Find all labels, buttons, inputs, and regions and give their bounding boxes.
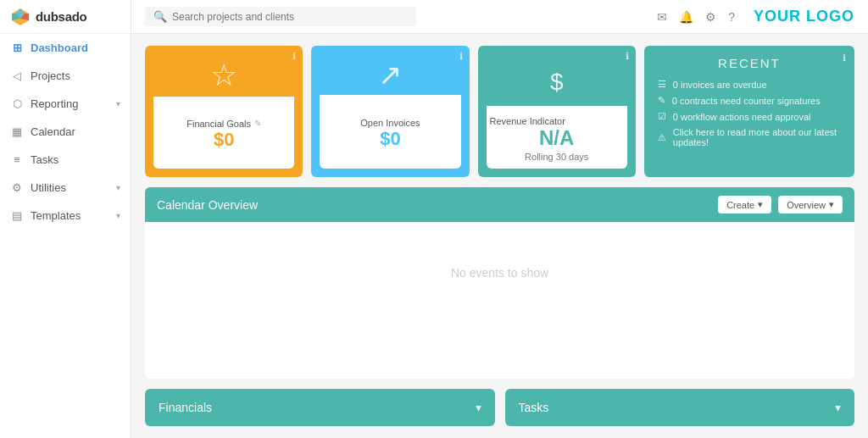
templates-chevron: ▾ (116, 211, 120, 220)
revenue-sublabel: Rolling 30 days (490, 152, 624, 162)
content-area: ℹ ☆ Financial Goals ✎ $0 ℹ ↗ Open Invoic… (131, 34, 868, 438)
financials-card[interactable]: Financials ▾ (145, 389, 495, 426)
financial-edit-icon[interactable]: ✎ (254, 119, 261, 128)
financials-chevron-icon: ▾ (476, 401, 481, 414)
sidebar-label-tasks: Tasks (31, 153, 58, 166)
recent-item-2: ✎ 0 contracts need counter signatures (658, 95, 841, 106)
sidebar-nav: ⊞ Dashboard ◁ Projects ⬡ Reporting ▾ ▦ C… (0, 34, 131, 230)
revenue-value: N/A (490, 126, 624, 150)
sidebar-label-calendar: Calendar (31, 125, 75, 138)
workflow-icon: ☑ (658, 111, 666, 122)
revenue-label: Revenue Indicator (490, 116, 624, 126)
header-icons: ✉ 🔔 ⚙ ? YOUR LOGO (657, 8, 854, 25)
invoices-info-btn[interactable]: ℹ (459, 51, 463, 62)
templates-icon: ▤ (10, 209, 24, 222)
financials-label: Financials (159, 401, 476, 414)
financial-goals-card: ℹ ☆ Financial Goals ✎ $0 (145, 46, 303, 177)
revenue-info-btn[interactable]: ℹ (626, 51, 629, 62)
logo-icon (10, 7, 31, 27)
star-icon: ☆ (210, 58, 237, 93)
sidebar-item-projects[interactable]: ◁ Projects (0, 62, 131, 90)
invoice-overdue-icon: ☰ (658, 79, 666, 90)
sidebar-item-utilities[interactable]: ⚙ Utilities ▾ (0, 174, 131, 202)
sidebar-label-utilities: Utilities (31, 181, 66, 194)
recent-card: ℹ RECENT ☰ 0 invoices are overdue ✎ 0 co… (644, 46, 854, 177)
invoices-label: Open Invoices (360, 118, 420, 128)
financial-info-btn[interactable]: ℹ (292, 51, 296, 62)
header: 🔍 ✉ 🔔 ⚙ ? YOUR LOGO (131, 0, 868, 34)
main-content: 🔍 ✉ 🔔 ⚙ ? YOUR LOGO ℹ ☆ Financial Goals … (131, 0, 868, 438)
logo-area: dubsado (0, 0, 131, 34)
search-icon: 🔍 (153, 10, 167, 23)
tasks-card[interactable]: Tasks ▾ (505, 389, 855, 426)
create-chevron-icon: ▾ (758, 199, 763, 210)
tasks-label: Tasks (519, 401, 836, 414)
utilities-icon: ⚙ (10, 181, 24, 194)
sidebar-item-calendar[interactable]: ▦ Calendar (0, 118, 131, 146)
recent-info-btn[interactable]: ℹ (843, 53, 846, 64)
sidebar-label-projects: Projects (31, 69, 70, 82)
financial-goals-value: $0 (214, 129, 234, 151)
financial-goals-label: Financial Goals ✎ (186, 119, 261, 129)
bell-icon[interactable]: 🔔 (679, 10, 693, 24)
reporting-icon: ⬡ (10, 97, 24, 110)
search-area[interactable]: 🔍 (145, 7, 416, 26)
recent-item-4[interactable]: ⚠ Click here to read more about our late… (658, 127, 841, 147)
sidebar-item-dashboard[interactable]: ⊞ Dashboard (0, 34, 131, 62)
updates-icon: ⚠ (658, 132, 666, 143)
invoices-value: $0 (380, 128, 400, 150)
sidebar-item-templates[interactable]: ▤ Templates ▾ (0, 202, 131, 230)
calendar-section: Calendar Overview Create ▾ Overview ▾ No… (145, 187, 854, 379)
logo-text: dubsado (36, 9, 86, 24)
calendar-icon: ▦ (10, 125, 24, 138)
open-invoices-card: ℹ ↗ Open Invoices $0 (311, 46, 469, 177)
recent-item-3: ☑ 0 workflow actions need approval (658, 111, 841, 122)
bottom-row: Financials ▾ Tasks ▾ (145, 389, 854, 426)
overview-chevron-icon: ▾ (829, 199, 834, 210)
recent-title: RECENT (658, 56, 841, 70)
projects-icon: ◁ (10, 69, 24, 82)
sidebar-item-reporting[interactable]: ⬡ Reporting ▾ (0, 90, 131, 118)
help-icon[interactable]: ? (728, 10, 735, 24)
sidebar-label-templates: Templates (31, 209, 81, 222)
contract-icon: ✎ (658, 95, 665, 106)
calendar-title: Calendar Overview (157, 198, 711, 212)
calendar-body: No events to show (145, 222, 854, 324)
calendar-empty-text: No events to show (451, 266, 548, 280)
trending-icon: ↗ (378, 58, 402, 91)
dashboard-icon: ⊞ (10, 42, 24, 54)
recent-item-1: ☰ 0 invoices are overdue (658, 79, 841, 90)
create-button[interactable]: Create ▾ (718, 196, 771, 213)
settings-icon[interactable]: ⚙ (705, 10, 716, 24)
search-input[interactable] (172, 11, 408, 23)
reporting-chevron: ▾ (116, 99, 120, 108)
revenue-card: ℹ $ Revenue Indicator N/A Rolling 30 day… (478, 46, 636, 177)
overview-button[interactable]: Overview ▾ (778, 196, 843, 213)
sidebar: dubsado ⊞ Dashboard ◁ Projects ⬡ Reporti… (0, 0, 131, 438)
tasks-icon: ≡ (10, 153, 24, 166)
calendar-header: Calendar Overview Create ▾ Overview ▾ (145, 187, 854, 222)
sidebar-label-reporting: Reporting (31, 97, 78, 110)
your-logo-text: YOUR LOGO (754, 8, 854, 25)
tasks-chevron-icon: ▾ (835, 401, 841, 414)
cards-row: ℹ ☆ Financial Goals ✎ $0 ℹ ↗ Open Invoic… (145, 46, 854, 177)
mail-icon[interactable]: ✉ (657, 10, 667, 24)
logo: dubsado (10, 7, 86, 27)
sidebar-label-dashboard: Dashboard (31, 42, 88, 54)
utilities-chevron: ▾ (116, 183, 120, 192)
sidebar-item-tasks[interactable]: ≡ Tasks (0, 146, 131, 174)
